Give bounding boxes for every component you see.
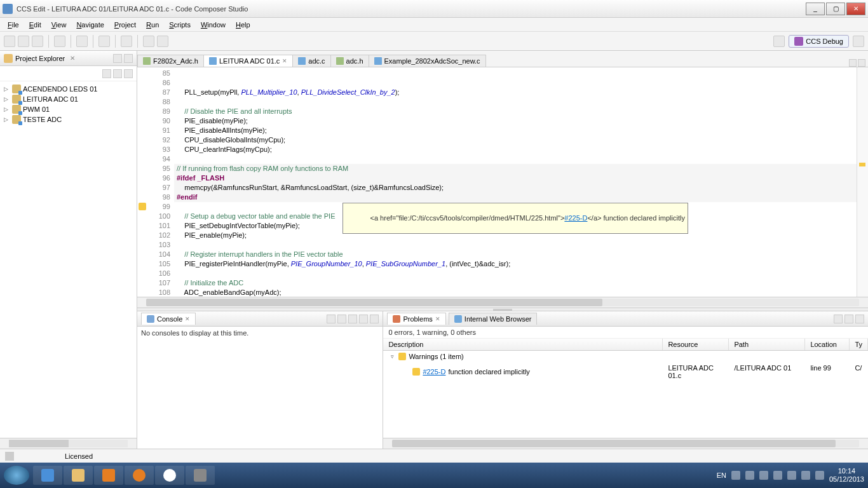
toggle-button[interactable] bbox=[121, 36, 132, 47]
view-menu-button[interactable] bbox=[124, 69, 133, 78]
tree-item[interactable]: ▷LEITURA ADC 01 bbox=[1, 94, 135, 104]
code-body[interactable]: PLL_setup(myPll, PLL_Multiplier_10, PLL_… bbox=[174, 67, 857, 297]
back-button[interactable] bbox=[143, 36, 154, 47]
menu-view[interactable]: View bbox=[46, 20, 72, 30]
project-tree[interactable]: ▷ACENDENDO LEDS 01 ▷LEITURA ADC 01 ▷PWM … bbox=[0, 81, 137, 438]
menu-navigate[interactable]: Navigate bbox=[71, 20, 109, 30]
tray-icon[interactable] bbox=[731, 471, 740, 480]
pin-console-button[interactable] bbox=[327, 315, 336, 323]
tree-item[interactable]: ▷PWM 01 bbox=[1, 104, 135, 114]
save-all-button[interactable] bbox=[32, 36, 43, 47]
build-button[interactable] bbox=[54, 36, 65, 47]
browser-tab[interactable]: Internal Web Browser bbox=[449, 313, 538, 325]
tab-close-icon[interactable]: ✕ bbox=[282, 58, 287, 64]
tray-lang[interactable]: EN bbox=[717, 471, 726, 479]
new-button[interactable] bbox=[4, 36, 15, 47]
forward-button[interactable] bbox=[157, 36, 168, 47]
maximize-problems-button[interactable] bbox=[855, 315, 864, 323]
console-icon bbox=[147, 315, 154, 323]
problems-hscroll[interactable] bbox=[383, 438, 868, 449]
clock-date: 05/12/2013 bbox=[829, 475, 864, 484]
warning-marker[interactable] bbox=[859, 163, 865, 166]
project-label: LEITURA ADC 01 bbox=[23, 95, 78, 103]
editor-tab[interactable]: adc.c bbox=[292, 55, 330, 67]
taskbar-firefox[interactable] bbox=[125, 466, 154, 485]
tray-icon[interactable] bbox=[759, 471, 768, 480]
minimize-editor-button[interactable] bbox=[849, 59, 857, 67]
taskbar-media[interactable] bbox=[94, 466, 123, 485]
collapse-all-button[interactable] bbox=[102, 69, 111, 78]
maximize-button[interactable]: ▢ bbox=[826, 3, 845, 15]
tray-clock[interactable]: 10:14 05/12/2013 bbox=[829, 467, 864, 484]
tooltip-link[interactable]: #225-D bbox=[564, 214, 587, 222]
menu-scripts[interactable]: Scripts bbox=[164, 20, 196, 30]
open-console-button[interactable] bbox=[348, 315, 357, 323]
taskbar-explorer[interactable] bbox=[64, 466, 93, 485]
col-path[interactable]: Path bbox=[729, 339, 805, 350]
close-icon[interactable]: ✕ bbox=[435, 316, 440, 322]
taskbar-ie[interactable] bbox=[33, 466, 62, 485]
problems-tab[interactable]: Problems ✕ bbox=[387, 313, 445, 325]
taskbar-vbox[interactable] bbox=[186, 466, 215, 485]
menu-window[interactable]: Window bbox=[196, 20, 231, 30]
start-button[interactable] bbox=[4, 466, 29, 485]
tray-network-icon[interactable] bbox=[787, 471, 796, 480]
display-console-button[interactable] bbox=[337, 315, 346, 323]
tray-volume-icon[interactable] bbox=[801, 471, 810, 480]
col-resource[interactable]: Resource bbox=[663, 339, 729, 350]
bottom-views: Console ✕ No consoles to display at this… bbox=[137, 311, 868, 449]
menu-edit[interactable]: Edit bbox=[24, 20, 46, 30]
perspective-more-button[interactable] bbox=[853, 36, 864, 47]
problems-item-row[interactable]: #225-D function declared implicitly LEIT… bbox=[383, 362, 868, 381]
menu-project[interactable]: Project bbox=[109, 20, 141, 30]
search-button[interactable] bbox=[98, 36, 110, 47]
project-label: PWM 01 bbox=[23, 105, 50, 113]
save-button[interactable] bbox=[18, 36, 29, 47]
menu-run[interactable]: Run bbox=[141, 20, 164, 30]
view-menu-button[interactable] bbox=[834, 315, 843, 323]
close-button[interactable]: ✕ bbox=[846, 3, 865, 15]
overview-ruler[interactable] bbox=[857, 67, 868, 297]
problems-table[interactable]: Description Resource Path Location Ty ▿W… bbox=[383, 339, 868, 438]
maximize-view-button[interactable] bbox=[124, 54, 133, 63]
menu-help[interactable]: Help bbox=[231, 20, 255, 30]
minimize-view-button[interactable] bbox=[113, 54, 122, 63]
problems-group-row[interactable]: ▿Warnings (1 item) bbox=[383, 351, 868, 362]
file-h-icon bbox=[336, 57, 344, 65]
open-perspective-button[interactable] bbox=[773, 36, 785, 47]
close-icon[interactable]: ✕ bbox=[185, 316, 190, 322]
maximize-console-button[interactable] bbox=[370, 315, 379, 323]
console-tab[interactable]: Console ✕ bbox=[141, 313, 196, 325]
editor-tab[interactable]: Example_2802xAdcSoc_new.c bbox=[369, 55, 486, 67]
code-scroll[interactable]: 8586878889909192939495969798991001011021… bbox=[137, 67, 868, 297]
editor-tab-active[interactable]: LEITURA ADC 01.c✕ bbox=[203, 55, 293, 67]
col-type[interactable]: Ty bbox=[850, 339, 868, 350]
taskbar-chrome[interactable] bbox=[155, 466, 184, 485]
col-location[interactable]: Location bbox=[805, 339, 850, 350]
perspective-ccs-debug[interactable]: CCS Debug bbox=[789, 35, 849, 48]
minimize-console-button[interactable] bbox=[359, 315, 368, 323]
editor-tab[interactable]: adc.h bbox=[330, 55, 369, 67]
editor-area: F2802x_Adc.h LEITURA ADC 01.c✕ adc.c adc… bbox=[137, 51, 868, 449]
tree-item[interactable]: ▷ACENDENDO LEDS 01 bbox=[1, 84, 135, 94]
debug-button[interactable] bbox=[76, 36, 88, 47]
tray-icon[interactable] bbox=[745, 471, 754, 480]
col-description[interactable]: Description bbox=[383, 339, 663, 350]
minimize-button[interactable]: _ bbox=[806, 3, 825, 15]
tray-icon[interactable] bbox=[773, 471, 782, 480]
tree-item[interactable]: ▷TESTE ADC bbox=[1, 114, 135, 125]
minimize-problems-button[interactable] bbox=[844, 315, 853, 323]
view-close-icon[interactable]: ✕ bbox=[70, 55, 75, 62]
editor-hscroll[interactable] bbox=[137, 297, 868, 308]
project-explorer-hscroll[interactable] bbox=[0, 438, 137, 449]
tray-flag-icon[interactable] bbox=[815, 471, 824, 480]
menu-file[interactable]: File bbox=[3, 20, 24, 30]
problem-link[interactable]: #225-D bbox=[423, 368, 445, 376]
problem-location: line 99 bbox=[805, 363, 850, 380]
project-icon bbox=[12, 85, 21, 93]
editor-tab[interactable]: F2802x_Adc.h bbox=[137, 55, 204, 67]
maximize-editor-button[interactable] bbox=[858, 59, 865, 67]
link-editor-button[interactable] bbox=[113, 69, 122, 78]
tab-label: F2802x_Adc.h bbox=[153, 57, 198, 65]
file-c-icon bbox=[374, 57, 382, 65]
